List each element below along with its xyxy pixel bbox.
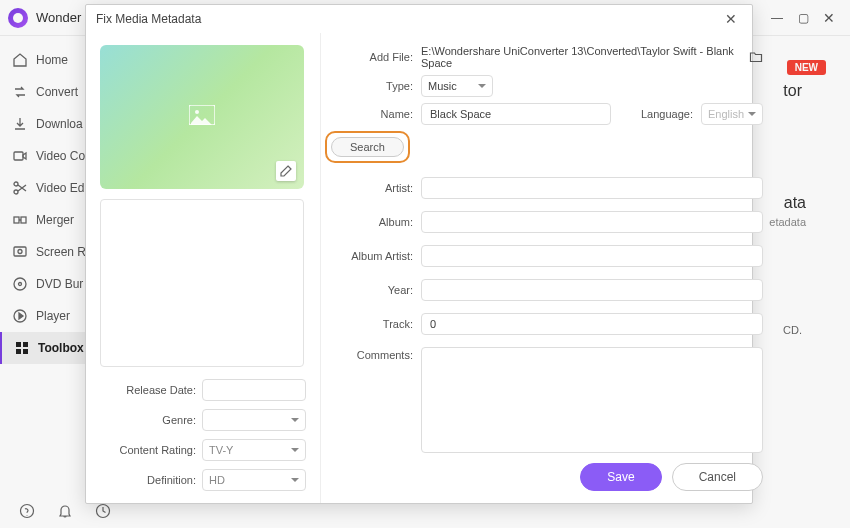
contentrating-label: Content Rating: [100,444,196,456]
image-placeholder-icon [189,105,215,129]
language-label: Language: [641,108,693,120]
type-select[interactable]: Music [421,75,493,97]
fix-metadata-dialog: Fix Media Metadata ✕ Release Date: Genre… [85,4,753,504]
addfile-label: Add File: [321,51,413,63]
search-button[interactable]: Search [331,137,404,157]
genre-select[interactable] [202,409,306,431]
releasedate-label: Release Date: [100,384,196,396]
comments-input[interactable] [421,347,763,453]
releasedate-input[interactable] [202,379,306,401]
dialog-close-button[interactable]: ✕ [720,8,742,30]
definition-label: Definition: [100,474,196,486]
contentrating-select[interactable]: TV-Y [202,439,306,461]
artist-input[interactable] [421,177,763,199]
lyrics-box[interactable] [100,199,304,367]
name-input[interactable] [421,103,611,125]
search-highlight-ring: Search [325,131,410,163]
cover-thumbnail [100,45,304,189]
track-input[interactable] [421,313,763,335]
artist-label: Artist: [321,182,413,194]
save-button[interactable]: Save [580,463,661,491]
album-input[interactable] [421,211,763,233]
edit-cover-button[interactable] [276,161,296,181]
album-label: Album: [321,216,413,228]
comments-label: Comments: [321,347,413,361]
definition-select[interactable]: HD [202,469,306,491]
folder-icon[interactable] [749,50,763,64]
albumartist-input[interactable] [421,245,763,267]
name-label: Name: [321,108,413,120]
type-label: Type: [321,80,413,92]
year-input[interactable] [421,279,763,301]
addfile-value: E:\Wondershare UniConverter 13\Converted… [421,45,741,69]
svg-point-17 [195,110,199,114]
dialog-right-pane: Add File: E:\Wondershare UniConverter 13… [321,33,781,503]
dialog-title: Fix Media Metadata [96,12,201,26]
dialog-left-pane: Release Date: Genre: Content Rating:TV-Y… [86,33,321,503]
cancel-button[interactable]: Cancel [672,463,763,491]
year-label: Year: [321,284,413,296]
track-label: Track: [321,318,413,330]
language-select[interactable]: English [701,103,763,125]
albumartist-label: Album Artist: [321,250,413,262]
genre-label: Genre: [100,414,196,426]
